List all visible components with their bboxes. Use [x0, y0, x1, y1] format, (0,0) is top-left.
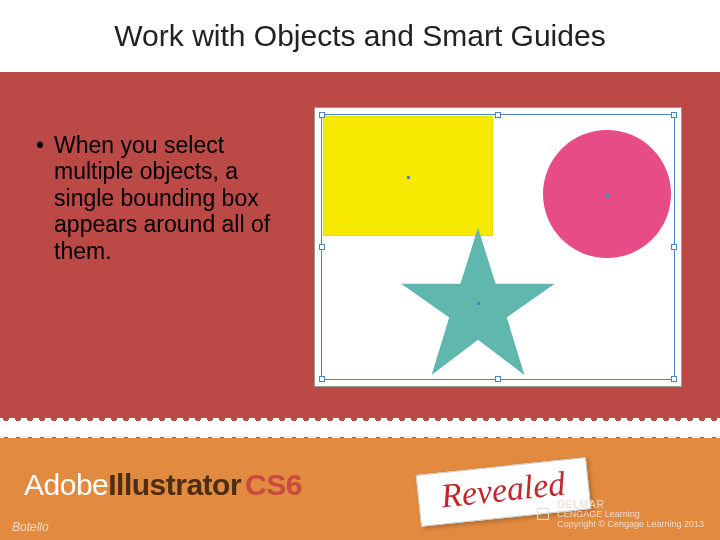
footer: Adobe Illustrator CS6 Revealed Botello D… [0, 438, 720, 540]
publisher-logo-icon [537, 508, 551, 522]
center-point-icon [407, 176, 410, 179]
bullet-text: When you select multiple objects, a sing… [54, 132, 296, 264]
center-point-icon [606, 194, 609, 197]
handle-icon [319, 376, 325, 382]
author-name: Botello [12, 520, 49, 534]
torn-paper-divider [0, 418, 720, 440]
brand-cs6: CS6 [245, 468, 302, 502]
center-point-icon [477, 302, 480, 305]
brand-adobe: Adobe [24, 468, 108, 502]
brand-logo: Adobe Illustrator CS6 [24, 468, 302, 502]
slide: Work with Objects and Smart Guides • Whe… [0, 0, 720, 540]
handle-icon [319, 112, 325, 118]
handle-icon [495, 112, 501, 118]
title-bar: Work with Objects and Smart Guides [0, 0, 720, 72]
handle-icon [671, 112, 677, 118]
bullet-marker: • [36, 132, 44, 264]
slide-title: Work with Objects and Smart Guides [114, 19, 605, 53]
copyright: Copyright © Cengage Learning 2013 [557, 520, 704, 530]
handle-icon [495, 376, 501, 382]
handle-icon [319, 244, 325, 250]
bullet-item: • When you select multiple objects, a si… [36, 132, 296, 264]
brand-illustrator: Illustrator [108, 468, 241, 502]
body-text: • When you select multiple objects, a si… [36, 132, 296, 264]
publisher-block: DELMAR CENGAGE Learning Copyright © Ceng… [537, 499, 704, 530]
handle-icon [671, 376, 677, 382]
figure-canvas [314, 107, 682, 387]
handle-icon [671, 244, 677, 250]
publisher-text: DELMAR CENGAGE Learning Copyright © Ceng… [557, 499, 704, 530]
bounding-box [321, 114, 675, 380]
